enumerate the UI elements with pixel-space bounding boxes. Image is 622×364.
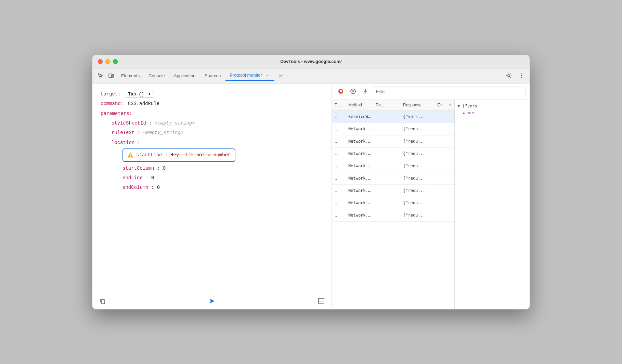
col-extra: E≡ » xyxy=(436,103,453,107)
dropdown-arrow-icon: ▾ xyxy=(148,92,151,97)
filter-input[interactable] xyxy=(373,87,526,96)
parameters-line: parameters: xyxy=(101,110,323,117)
param-endColumn: endColumn : 0 xyxy=(122,184,323,191)
col-method: Method xyxy=(347,103,374,107)
right-panel: T... Method Re... Response E≡ » ↓ Servic… xyxy=(332,83,530,309)
param-startColumn: startColumn : 0 xyxy=(122,165,323,172)
maximize-button[interactable] xyxy=(113,59,118,64)
tabs-bar: Elements Console Application Sources Pro… xyxy=(92,68,530,83)
table-row[interactable]: ↓ Network.re... {"requ... xyxy=(332,135,454,148)
table-row[interactable]: ↓ Network.re... {"requ... xyxy=(332,172,454,185)
target-label: target: xyxy=(101,91,121,97)
svg-point-3 xyxy=(521,74,522,75)
more-menu-icon[interactable] xyxy=(517,70,527,81)
table-row[interactable]: ↓ Network.lo... {"requ... xyxy=(332,185,454,197)
col-request: Re... xyxy=(374,103,402,107)
table-row[interactable]: ↓ Network.re... {"requ... xyxy=(332,160,454,172)
svg-point-2 xyxy=(508,75,510,77)
col-type: T... xyxy=(333,103,347,107)
monitor-content: T... Method Re... Response E≡ » ↓ Servic… xyxy=(332,100,530,309)
cursor-tool-icon[interactable] xyxy=(95,70,105,81)
svg-rect-8 xyxy=(101,300,105,304)
svg-rect-1 xyxy=(112,75,114,77)
traffic-lights xyxy=(98,59,118,64)
param-startLine: ! startLine : Hey, I'm not a number xyxy=(101,148,323,161)
copy-icon[interactable] xyxy=(98,296,107,306)
tab-application[interactable]: Application xyxy=(170,71,200,80)
target-select-box[interactable]: Tab () ▾ xyxy=(125,91,154,97)
svg-point-5 xyxy=(521,77,522,78)
invalid-value: Hey, I'm not a number xyxy=(170,151,231,159)
command-line: command: CSS.addRule xyxy=(101,100,323,107)
svg-rect-12 xyxy=(340,90,342,92)
tab-protocol-monitor[interactable]: Protocol monitor × xyxy=(225,70,274,81)
tabs-right xyxy=(504,70,527,81)
tab-more-icon[interactable]: » xyxy=(275,70,286,81)
table-row[interactable]: ↓ Network.re... {"requ... xyxy=(332,197,454,209)
send-command-button[interactable] xyxy=(207,296,217,306)
table-row[interactable]: ↓ ServiceWo... {"vers... xyxy=(332,111,454,123)
toggle-panel-icon[interactable] xyxy=(316,296,326,306)
command-value: CSS.addRule xyxy=(128,101,159,106)
command-label: command: xyxy=(101,101,124,106)
warning-highlight: ! startLine : Hey, I'm not a number xyxy=(122,148,235,161)
left-panel: target: Tab () ▾ command: CSS.addRule xyxy=(92,83,332,309)
settings-icon[interactable] xyxy=(504,70,514,81)
parameters-label: parameters: xyxy=(101,111,132,116)
stop-recording-button[interactable] xyxy=(336,87,346,96)
param-location: location : xyxy=(112,139,323,146)
col-response: Response xyxy=(402,103,436,107)
title-bar: DevTools - www.google.com/ xyxy=(92,55,530,68)
row-response: {"vers... xyxy=(402,114,436,119)
device-toggle-icon[interactable] xyxy=(106,70,116,81)
left-bottom-toolbar xyxy=(92,293,332,309)
param-endLine: endLine : 0 xyxy=(122,174,323,182)
param-styleSheetId: styleSheetId : <empty_string> xyxy=(112,119,323,127)
table-row[interactable]: ↓ Network.re... {"requ... xyxy=(332,123,454,135)
tab-console[interactable]: Console xyxy=(144,71,169,80)
svg-point-4 xyxy=(521,75,522,76)
devtools-window: DevTools - www.google.com/ Elements Cons… xyxy=(92,55,530,310)
minimize-button[interactable] xyxy=(105,59,110,64)
target-value: Tab () xyxy=(128,92,144,97)
svg-marker-9 xyxy=(210,299,215,303)
target-line: target: Tab () ▾ xyxy=(101,90,323,98)
detail-tree: ▼ {"vers ► ver xyxy=(457,103,527,117)
svg-text:!: ! xyxy=(129,154,131,158)
protocol-table[interactable]: T... Method Re... Response E≡ » ↓ Servic… xyxy=(332,100,454,309)
window-title: DevTools - www.google.com/ xyxy=(280,59,341,64)
expand-columns-button[interactable]: » xyxy=(448,103,452,107)
table-row[interactable]: ↓ Network.re... {"requ... xyxy=(332,148,454,160)
tab-close-icon[interactable]: × xyxy=(265,73,270,78)
row-method: ServiceWo... xyxy=(347,114,374,119)
main-content: target: Tab () ▾ command: CSS.addRule xyxy=(92,83,530,309)
detail-root: ▼ {"vers xyxy=(457,103,527,109)
download-button[interactable] xyxy=(361,87,370,96)
clear-button[interactable] xyxy=(348,87,358,96)
table-header: T... Method Re... Response E≡ » xyxy=(332,100,454,111)
close-button[interactable] xyxy=(98,59,103,64)
row-direction: ↓ xyxy=(333,114,347,119)
warning-triangle-icon: ! xyxy=(127,152,133,158)
table-row[interactable]: ↓ Network.re... {"requ... xyxy=(332,209,454,222)
tab-sources[interactable]: Sources xyxy=(200,71,225,80)
tab-elements[interactable]: Elements xyxy=(117,71,144,80)
detail-panel: ▼ {"vers ► ver xyxy=(454,100,530,309)
monitor-toolbar xyxy=(332,83,530,100)
detail-child[interactable]: ► ver xyxy=(463,109,527,116)
command-area: target: Tab () ▾ command: CSS.addRule xyxy=(92,83,332,293)
param-ruleText: ruleText : <empty_string> xyxy=(112,129,323,136)
